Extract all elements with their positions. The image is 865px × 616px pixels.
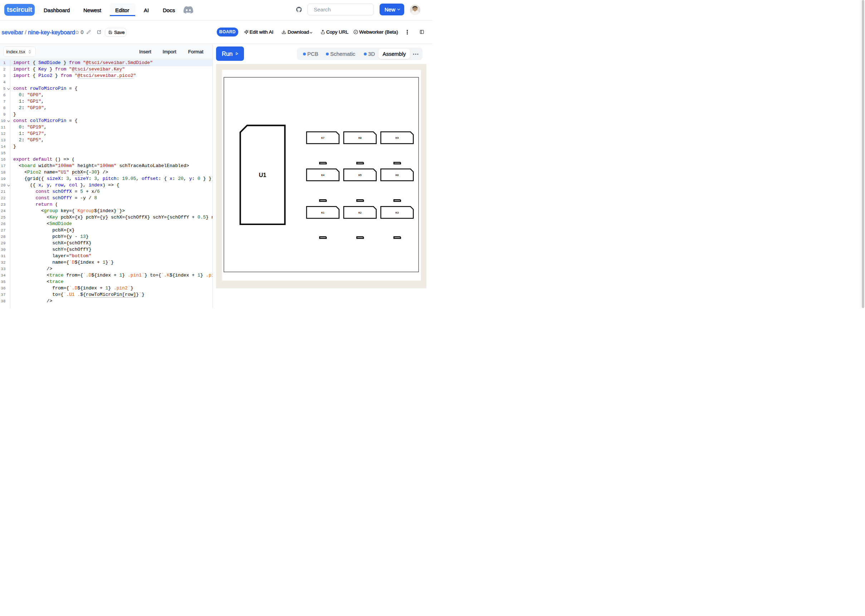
- svg-text:K1: K1: [321, 211, 325, 214]
- svg-text:K3: K3: [396, 211, 399, 214]
- svg-text:K2: K2: [358, 211, 362, 214]
- svg-text:K8: K8: [358, 137, 362, 139]
- svg-text:K4: K4: [321, 174, 325, 176]
- svg-text:K7: K7: [321, 137, 325, 139]
- svg-text:K9: K9: [396, 137, 399, 139]
- svg-text:K5: K5: [358, 174, 362, 176]
- svg-text:K6: K6: [396, 174, 399, 176]
- svg-text:U1: U1: [259, 172, 266, 178]
